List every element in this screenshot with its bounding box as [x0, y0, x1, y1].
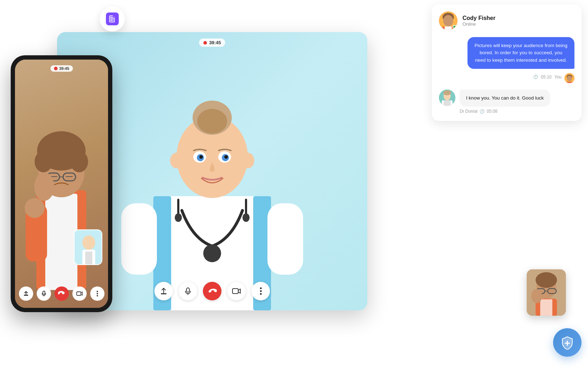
phone-timer-text: 39:45 — [59, 66, 69, 71]
svg-point-30 — [97, 295, 98, 296]
svg-rect-27 — [77, 292, 81, 295]
svg-point-81 — [531, 289, 542, 303]
microphone-button[interactable] — [179, 282, 197, 300]
svg-point-75 — [536, 272, 557, 288]
you-avatar-image — [564, 73, 574, 83]
phone-frame: 39:45 — [11, 55, 112, 312]
sent-message-time: 05:10 — [541, 75, 552, 80]
patient-thumbnail — [527, 269, 566, 316]
svg-point-17 — [34, 172, 54, 201]
svg-rect-25 — [43, 291, 45, 294]
svg-rect-24 — [24, 295, 28, 296]
svg-point-38 — [242, 213, 250, 222]
svg-text:+: + — [113, 16, 115, 18]
phone-end-call-button[interactable] — [55, 286, 69, 301]
svg-point-21 — [82, 235, 95, 250]
chat-panel: Cody Fisher Online Pictures will keep yo… — [432, 4, 582, 121]
svg-rect-63 — [445, 26, 452, 30]
svg-point-57 — [260, 290, 262, 292]
phone-recording-timer: 39:45 — [50, 65, 73, 72]
sent-clock-icon: 🕐 — [533, 75, 538, 79]
pip-doctor-illustration — [75, 230, 102, 265]
chat-header: Cody Fisher Online — [439, 11, 574, 30]
received-message-sender: Dr Donial — [460, 109, 477, 114]
svg-rect-50 — [121, 203, 157, 275]
document-icon: + — [106, 12, 119, 25]
phone-camera-button[interactable] — [72, 286, 87, 301]
recording-indicator-phone — [54, 67, 57, 70]
recording-indicator-main — [203, 41, 207, 45]
svg-point-11 — [70, 151, 88, 172]
document-floating-icon: + — [100, 6, 125, 31]
main-call-controls — [154, 282, 270, 300]
online-status-indicator — [452, 25, 457, 29]
more-options-button[interactable] — [251, 282, 270, 300]
sent-message-meta: 🕐 05:10 You — [439, 71, 574, 83]
chat-user-name: Cody Fisher — [462, 15, 495, 21]
svg-rect-23 — [85, 251, 92, 265]
svg-point-56 — [260, 288, 262, 289]
svg-rect-52 — [161, 293, 167, 294]
svg-point-37 — [175, 213, 182, 222]
received-message-bubble: I know you. You can do it. Good luck — [460, 90, 550, 107]
svg-rect-53 — [186, 288, 189, 292]
phone-screen: 39:45 — [15, 60, 108, 308]
svg-point-10 — [35, 151, 52, 172]
pip-video — [74, 229, 102, 265]
svg-point-49 — [224, 155, 228, 159]
svg-point-58 — [260, 293, 262, 295]
phone-mic-button[interactable] — [37, 286, 51, 301]
you-avatar-mini — [564, 73, 574, 83]
user-avatar — [439, 11, 457, 30]
main-recording-timer: 39:45 — [199, 39, 225, 47]
svg-point-70 — [443, 90, 451, 95]
svg-rect-51 — [267, 203, 303, 275]
end-call-button[interactable] — [203, 282, 221, 300]
received-message-meta: Dr Donial 🕐 05:08 — [460, 109, 550, 114]
sent-message-sender: You — [554, 75, 562, 80]
svg-point-42 — [170, 153, 183, 168]
svg-rect-72 — [444, 100, 451, 106]
received-message-container: I know you. You can do it. Good luck Dr … — [439, 90, 574, 114]
received-message-content: I know you. You can do it. Good luck Dr … — [460, 90, 550, 114]
svg-rect-7 — [45, 194, 77, 290]
main-timer-text: 39:45 — [209, 40, 221, 45]
svg-point-19 — [25, 198, 45, 218]
svg-point-66 — [567, 76, 572, 81]
phone-more-button[interactable] — [90, 286, 104, 301]
patient-thumb-illustration — [527, 269, 566, 316]
svg-point-34 — [203, 244, 221, 262]
svg-point-28 — [97, 291, 98, 292]
received-message-time: 05:08 — [487, 109, 497, 114]
share-screen-button[interactable] — [154, 282, 173, 300]
svg-point-29 — [97, 293, 98, 294]
camera-button[interactable] — [227, 282, 246, 300]
received-clock-icon: 🕐 — [480, 109, 485, 114]
svg-rect-80 — [540, 299, 552, 316]
phone-share-button[interactable] — [19, 286, 33, 301]
svg-point-48 — [199, 155, 203, 159]
health-shield-icon[interactable] — [553, 328, 582, 357]
sent-message-container: Pictures will keep your audience from be… — [439, 37, 574, 83]
doctor-avatar — [439, 90, 455, 106]
svg-rect-67 — [566, 82, 573, 83]
received-message-text: I know you. You can do it. Good luck — [466, 95, 544, 101]
shield-plus-svg — [560, 335, 574, 350]
svg-point-41 — [197, 109, 227, 134]
svg-point-61 — [443, 15, 453, 26]
chat-user-status: Online — [462, 21, 495, 27]
sent-message-bubble: Pictures will keep your audience from be… — [467, 37, 574, 69]
svg-rect-55 — [232, 289, 238, 294]
patient-illustration-phone — [15, 76, 108, 308]
phone-call-controls — [19, 286, 104, 301]
chat-user-info: Cody Fisher Online — [462, 15, 495, 27]
doctor-avatar-image — [439, 90, 455, 106]
svg-point-43 — [241, 153, 254, 168]
sent-message-text: Pictures will keep your audience from be… — [475, 43, 567, 63]
phone-video-background: 39:45 — [15, 60, 108, 308]
